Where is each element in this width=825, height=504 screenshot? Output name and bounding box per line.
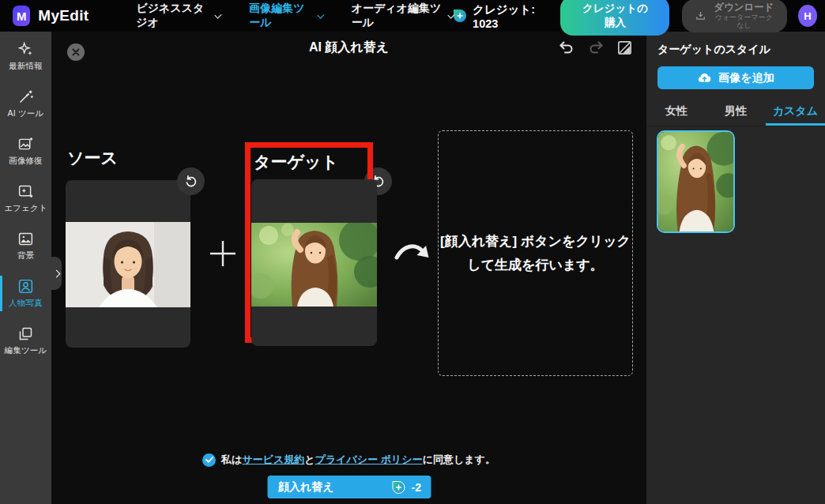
brand-name[interactable]: MyEdit <box>38 7 89 24</box>
undo-button[interactable] <box>557 38 576 57</box>
compare-button[interactable] <box>616 39 634 57</box>
thumbnail-photo <box>658 132 733 231</box>
sidebar-item-label: 人物写真 <box>9 298 43 309</box>
nav-image-editing-tools[interactable]: 画像編集ツール <box>249 2 323 30</box>
undo-icon <box>557 38 576 57</box>
face-swap-button-label: 顔入れ替え <box>278 480 334 495</box>
sidebar-item-label: エフェクト <box>4 203 47 214</box>
download-icon <box>695 9 706 23</box>
compare-icon <box>616 39 634 57</box>
chevron-right-icon <box>53 269 61 277</box>
terms-of-service-link[interactable]: サービス規約 <box>242 453 304 465</box>
custom-style-thumbnail[interactable] <box>657 130 735 233</box>
result-placeholder-line2: して生成を行います。 <box>467 254 603 277</box>
credits-balance: クレジット: 1023 <box>454 2 548 30</box>
sidebar-item-label: 背景 <box>17 250 34 261</box>
credit-icon <box>454 9 466 22</box>
tab-male[interactable]: 男性 <box>706 100 765 126</box>
rotate-icon <box>183 174 198 189</box>
sidebar-expand-handle[interactable] <box>51 257 62 290</box>
add-image-button[interactable]: 画像を追加 <box>657 66 814 89</box>
history-controls <box>557 38 634 57</box>
target-highlight-frame: ターゲット <box>245 142 373 343</box>
sidebar-item-label: 編集ツール <box>5 345 47 356</box>
credit-icon <box>393 481 405 494</box>
plus-icon <box>208 239 238 269</box>
agreement-row: 私はサービス規約とプライバシー ポリシーに同意します。 <box>51 453 646 467</box>
tab-female[interactable]: 女性 <box>646 100 706 126</box>
cloud-upload-icon <box>697 70 712 85</box>
target-image-card[interactable] <box>251 179 377 346</box>
sidebar-item-ai-tools[interactable]: AI ツール <box>0 81 51 126</box>
style-tabs: 女性 男性 カスタム <box>646 100 825 126</box>
target-label: ターゲット <box>254 151 338 173</box>
curved-arrow-icon <box>393 234 432 270</box>
sidebar-item-editing-tools[interactable]: 編集ツール <box>0 318 51 363</box>
layers-icon <box>17 325 34 342</box>
agreement-conj: と <box>304 453 315 465</box>
panel-title: ターゲットのスタイル <box>657 43 770 57</box>
effects-icon <box>17 183 34 200</box>
result-placeholder-box: [顔入れ替え] ボタンをクリック して生成を行います。 <box>438 130 633 376</box>
nav-label: オーディオ編集ツール <box>352 2 444 30</box>
sidebar-item-effects[interactable]: エフェクト <box>0 176 51 221</box>
magic-wand-icon <box>17 88 34 105</box>
main-nav: ビジネススタジオ 画像編集ツール オーディオ編集ツール <box>136 2 454 30</box>
add-image-label: 画像を追加 <box>718 71 774 85</box>
top-bar: M MyEdit ビジネススタジオ 画像編集ツール オーディオ編集ツール クレジ… <box>0 0 825 32</box>
privacy-policy-link[interactable]: プライバシー ポリシー <box>315 453 423 465</box>
buy-credits-button[interactable]: クレジットの購入 <box>560 0 669 36</box>
user-avatar[interactable]: H <box>798 5 817 27</box>
sidebar-item-background[interactable]: 背景 <box>0 224 51 269</box>
sidebar-item-people-photo[interactable]: 人物写真 <box>0 271 51 316</box>
result-placeholder-line1: [顔入れ替え] ボタンをクリック <box>440 230 631 254</box>
redo-icon <box>586 38 605 57</box>
download-label: ダウンロード <box>714 2 774 13</box>
nav-label: 画像編集ツール <box>249 2 313 30</box>
agreement-suffix: に同意します。 <box>423 453 495 465</box>
redo-button[interactable] <box>586 38 605 57</box>
chevron-down-icon <box>317 11 324 18</box>
download-button[interactable]: ダウンロード ウォーターマークなし <box>682 0 787 32</box>
agreement-prefix: 私は <box>221 453 242 465</box>
nav-audio-editing-tools[interactable]: オーディオ編集ツール <box>352 2 454 30</box>
myedit-app: M MyEdit ビジネススタジオ 画像編集ツール オーディオ編集ツール クレジ… <box>0 0 825 504</box>
source-label: ソース <box>67 147 118 169</box>
sidebar-item-label: 最新情報 <box>9 61 43 72</box>
agreement-checkbox[interactable] <box>202 453 216 467</box>
source-photo <box>66 222 190 307</box>
sidebar-item-whats-new[interactable]: 最新情報 <box>0 34 51 79</box>
target-style-panel: ターゲットのスタイル 画像を追加 女性 男性 カスタム <box>646 32 825 504</box>
image-enhance-icon <box>17 136 34 152</box>
chevron-down-icon <box>215 11 222 18</box>
left-sidebar: 最新情報 AI ツール 画像修復 エフェクト 背景 人物写真 編集ツール <box>0 32 51 504</box>
target-photo <box>251 223 377 307</box>
sparkle-icon <box>17 41 34 58</box>
credit-cost: -2 <box>393 481 421 494</box>
agreement-text: 私はサービス規約とプライバシー ポリシーに同意します。 <box>221 453 495 467</box>
sidebar-item-label: 画像修復 <box>9 156 43 167</box>
face-swap-button[interactable]: 顔入れ替え -2 <box>267 476 431 498</box>
editor-canvas: AI 顔入れ替え ソース <box>51 32 646 504</box>
credit-cost-value: -2 <box>412 481 421 494</box>
credits-text: クレジット: 1023 <box>473 2 548 30</box>
myedit-logo-icon[interactable]: M <box>13 6 30 26</box>
source-replace-button[interactable] <box>177 167 205 195</box>
sidebar-item-label: AI ツール <box>7 108 43 119</box>
download-sublabel: ウォーターマークなし <box>714 13 774 30</box>
tab-custom[interactable]: カスタム <box>766 100 825 126</box>
source-image-card[interactable] <box>66 180 190 348</box>
nav-business-studio[interactable]: ビジネススタジオ <box>136 2 220 30</box>
background-image-icon <box>17 231 34 247</box>
sidebar-item-photo-enhance[interactable]: 画像修復 <box>0 129 51 174</box>
person-photo-icon <box>17 278 34 295</box>
check-icon <box>205 457 213 463</box>
nav-label: ビジネススタジオ <box>136 2 210 30</box>
